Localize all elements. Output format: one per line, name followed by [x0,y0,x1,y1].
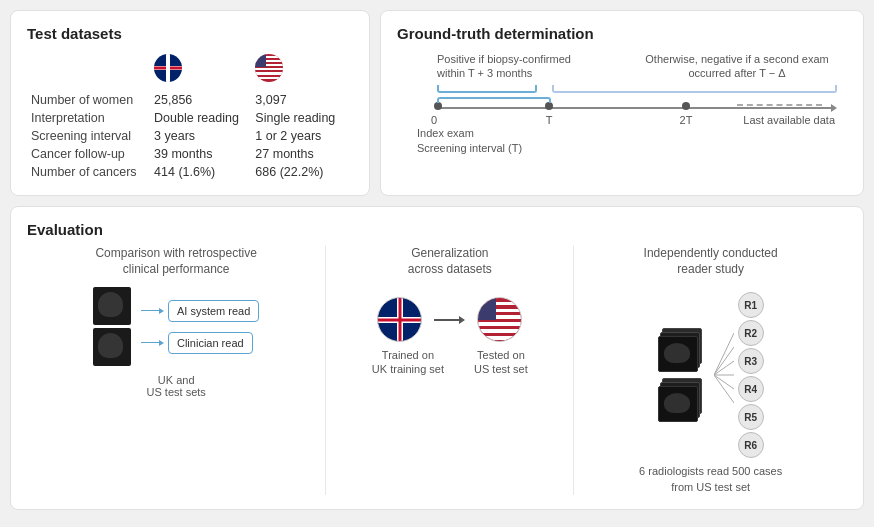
svg-line-0 [714,333,734,375]
index-exam-label: Index exam [417,127,474,139]
reader-R2: R2 [738,320,764,346]
timeline-point-T-label: T [546,114,553,126]
negative-brace [552,85,837,93]
evaluation-card: Evaluation Comparison with retrospective… [10,206,864,510]
ai-clinician-diagram: AI system read Clinician read [141,300,259,354]
screening-interval-label: Screening interval (T) [417,142,522,154]
timeline-dotted [737,104,822,106]
timeline-point-0-label: 0 [431,114,437,126]
us-flag-large [477,297,522,342]
trained-label: Trained on UK training set [372,348,444,377]
svg-line-4 [714,375,734,389]
positive-label: Positive if biopsy-confirmed within T + … [437,52,571,81]
tested-label: Tested on US test set [474,348,528,377]
ground-truth-card: Ground-truth determination Positive if b… [380,10,864,196]
reader-study-section: Independently conducted reader study [574,246,847,495]
mammogram-stack [93,287,131,366]
evaluation-title: Evaluation [27,221,847,238]
test-datasets-title: Test datasets [27,25,353,42]
table-row: Number of women 25,856 3,097 [27,91,353,109]
timeline-point-2T [682,102,690,110]
reader-R3: R3 [738,348,764,374]
negative-label: Otherwise, negative if a second exam occ… [637,52,837,81]
mammogram-image [93,287,131,325]
timeline-point-T [545,102,553,110]
timeline-arrow-icon [831,104,837,112]
reader-R4: R4 [738,376,764,402]
table-row: Cancer follow-up 39 months 27 months [27,145,353,163]
generalization-title: Generalization across datasets [408,246,492,277]
fan-lines [714,325,734,425]
positive-brace [437,85,537,93]
uk-flag-large [377,297,422,342]
generalization-section: Generalization across datasets [326,246,574,495]
uk-flag-icon [154,54,182,82]
comparison-section: Comparison with retrospective clinical p… [27,246,326,495]
datasets-table: Number of women 25,856 3,097 Interpretat… [27,52,353,181]
reader-R6: R6 [738,432,764,458]
reader-study-title: Independently conducted reader study [644,246,778,277]
evaluation-sections: Comparison with retrospective clinical p… [27,246,847,495]
svg-line-1 [714,347,734,375]
table-row: Screening interval 3 years 1 or 2 years [27,127,353,145]
timeline-line [437,107,832,109]
test-datasets-card: Test datasets [10,10,370,196]
comparison-title: Comparison with retrospective clinical p… [95,246,256,277]
reader-R1: R1 [738,292,764,318]
generalization-flags [377,297,522,342]
ai-read-box: AI system read [168,300,259,322]
timeline-point-0 [434,102,442,110]
mammogram-image [93,328,131,366]
gen-labels: Trained on UK training set Tested on US … [372,348,528,377]
ground-truth-title: Ground-truth determination [397,25,847,42]
us-flag-icon [255,54,283,82]
last-available-label: Last available data [743,114,835,126]
table-row: Number of cancers 414 (1.6%) 686 (22.2%) [27,163,353,181]
reader-R5: R5 [738,404,764,430]
svg-line-5 [714,375,734,403]
uk-us-sets-label: UK and US test sets [147,374,206,398]
reader-circles: R1 R2 R3 R4 R5 R6 [738,292,764,458]
timeline-point-2T-label: 2T [680,114,693,126]
screening-interval-brace-top [437,97,551,103]
clinician-read-box: Clinician read [168,332,253,354]
reader-study-diagram: R1 R2 R3 R4 R5 R6 [658,292,764,458]
stacked-mammo [658,328,710,423]
table-row: Interpretation Double reading Single rea… [27,109,353,127]
reader-study-label: 6 radiologists read 500 cases from US te… [639,464,782,495]
generalization-arrow [434,316,465,324]
